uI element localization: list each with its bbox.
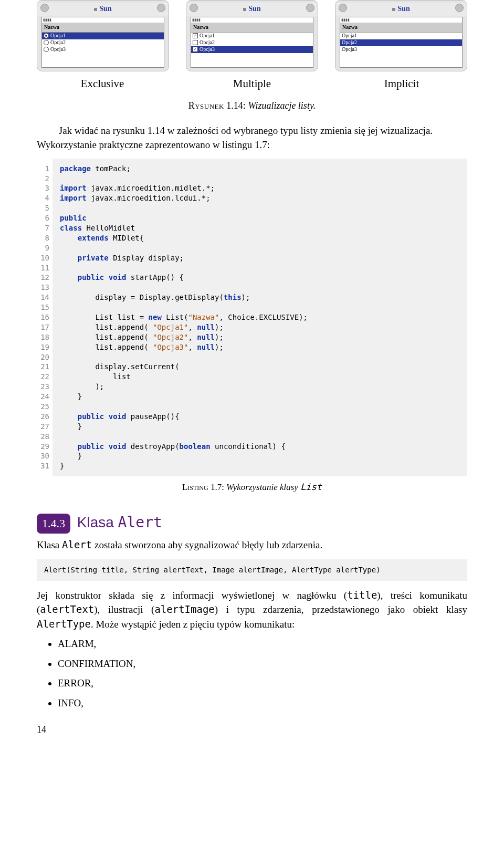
list-item[interactable]: ✓Opcja1 <box>191 33 313 39</box>
alert-constructor-signature: Alert(String title, String alertText, Im… <box>37 559 467 580</box>
radio-icon <box>44 33 49 38</box>
status-bar: ▮▮▮▮ <box>191 17 313 23</box>
status-bar: ▮▮▮▮ <box>42 17 164 23</box>
list-item[interactable]: Opcja1 <box>42 33 164 39</box>
line-numbers: 1234567891011121314151617181920212223242… <box>37 159 52 477</box>
fig-num: 1.14: <box>226 100 246 111</box>
list-item[interactable]: ✓Opcja3 <box>191 46 313 53</box>
code-listing: 1234567891011121314151617181920212223242… <box>37 159 467 477</box>
phone-implicit: Sun ▮▮▮▮ Nazwa Opcja1 Opcja2 Opcja3 <box>335 0 467 71</box>
label-implicit: Implicit <box>336 76 467 91</box>
sun-label: Sun <box>397 5 410 13</box>
sun-label: Sun <box>248 5 260 13</box>
listing-num: 1.7: <box>211 482 224 492</box>
label-exclusive: Exclusive <box>37 76 168 91</box>
radio-icon <box>44 47 49 52</box>
list-item: ALARM, <box>58 637 467 651</box>
list-item[interactable]: Opcja3 <box>340 46 462 53</box>
list-header: Nazwa <box>340 23 462 33</box>
phone-knob-icon <box>40 4 49 12</box>
phone-mockup-row: Sun ▮▮▮▮ Nazwa Opcja1 Opcja2 Opcja3 Sun … <box>37 0 467 71</box>
phone-list: Opcja1 Opcja2 Opcja3 <box>340 33 462 53</box>
paragraph-intro: Jak widać na rysunku 1.14 w zależności o… <box>37 123 467 152</box>
list-item[interactable]: Opcja3 <box>42 46 164 53</box>
code-body: package tomPack; import javax.microediti… <box>52 159 467 477</box>
phone-knob-icon <box>190 4 198 12</box>
page: Sun ▮▮▮▮ Nazwa Opcja1 Opcja2 Opcja3 Sun … <box>0 0 504 747</box>
phone-multiple: Sun ▮▮▮▮ Nazwa ✓Opcja1 Opcja2 ✓Opcja3 <box>186 0 318 71</box>
phone-knob-icon <box>306 4 314 12</box>
section-number-badge: 1.4.3 <box>37 514 70 534</box>
listing-sc: Listing <box>182 482 208 492</box>
sun-logo-bar: Sun <box>335 3 467 16</box>
list-item[interactable]: Opcja2 <box>191 39 313 46</box>
checkbox-icon <box>193 40 198 45</box>
list-header: Nazwa <box>42 23 164 33</box>
list-item[interactable]: Opcja2 <box>42 39 164 46</box>
phone-exclusive: Sun ▮▮▮▮ Nazwa Opcja1 Opcja2 Opcja3 <box>37 0 169 71</box>
phone-screen: ▮▮▮▮ Nazwa Opcja1 Opcja2 Opcja3 <box>41 17 164 68</box>
list-item: ERROR, <box>58 676 467 691</box>
section-header: 1.4.3 Klasa Alert <box>37 512 467 534</box>
label-multiple: Multiple <box>186 76 318 91</box>
paragraph-alert-intro: Klasa Alert została stworzona aby sygnal… <box>37 538 467 552</box>
fig-it: Wizualizacje listy. <box>248 100 316 111</box>
listing-it: Wykorzystanie klasy List <box>226 482 322 492</box>
phone-knob-icon <box>339 4 347 12</box>
phone-list: Opcja1 Opcja2 Opcja3 <box>42 33 164 53</box>
list-item: INFO, <box>58 696 467 711</box>
sun-logo-bar: Sun <box>37 3 169 16</box>
checkbox-icon: ✓ <box>193 47 198 52</box>
phone-labels-row: Exclusive Multiple Implicit <box>37 76 467 91</box>
section-title: Klasa Alert <box>77 514 162 530</box>
list-item: CONFIRMATION, <box>58 656 467 671</box>
page-number: 14 <box>37 723 467 736</box>
phone-list: ✓Opcja1 Opcja2 ✓Opcja3 <box>191 33 313 53</box>
list-item[interactable]: Opcja1 <box>340 33 462 39</box>
phone-knob-icon <box>157 4 165 12</box>
phone-screen: ▮▮▮▮ Nazwa Opcja1 Opcja2 Opcja3 <box>340 17 463 68</box>
sun-logo-bar: Sun <box>186 3 318 16</box>
figure-caption: Rysunek 1.14: Wizualizacje listy. <box>37 99 467 112</box>
status-bar: ▮▮▮▮ <box>340 17 462 23</box>
paragraph-alert-desc: Jej konstruktor składa się z informacji … <box>37 588 467 632</box>
listing-caption: Listing 1.7: Wykorzystanie klasy List <box>37 481 467 494</box>
list-item[interactable]: Opcja2 <box>340 39 462 46</box>
phone-knob-icon <box>455 4 464 12</box>
fig-sc: Rysunek <box>188 100 224 111</box>
alert-types-list: ALARM, CONFIRMATION, ERROR, INFO, <box>58 637 467 710</box>
list-header: Nazwa <box>191 23 313 33</box>
checkbox-icon: ✓ <box>193 33 198 38</box>
phone-screen: ▮▮▮▮ Nazwa ✓Opcja1 Opcja2 ✓Opcja3 <box>191 17 313 68</box>
sun-label: Sun <box>99 5 111 13</box>
radio-icon <box>44 40 49 45</box>
